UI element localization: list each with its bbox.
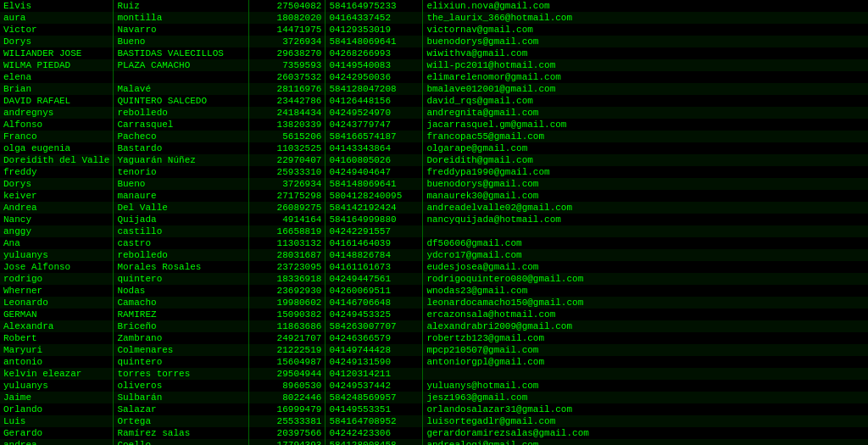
table-cell: Gerardo bbox=[0, 427, 114, 439]
table-cell: 27175298 bbox=[249, 190, 326, 202]
table-cell: Ortega bbox=[114, 415, 249, 427]
table-cell: buenodorys@gmail.com bbox=[423, 178, 868, 190]
table-cell: 27504082 bbox=[249, 0, 326, 12]
table-cell: 04143343864 bbox=[326, 142, 423, 154]
table-cell: 04243779747 bbox=[326, 119, 423, 131]
table-cell: quintero bbox=[114, 356, 249, 368]
table-cell: 25533381 bbox=[249, 415, 326, 427]
table-cell: 25933310 bbox=[249, 166, 326, 178]
table-cell: 20397566 bbox=[249, 427, 326, 439]
table-cell: 04249537442 bbox=[326, 380, 423, 392]
table-cell: oliveros bbox=[114, 380, 249, 392]
table-cell: andreadelvalle02@gmail.com bbox=[423, 202, 868, 214]
table-cell: 22970407 bbox=[249, 154, 326, 166]
table-cell: Navarro bbox=[114, 24, 249, 36]
table-cell: elimarelenomor@gmail.com bbox=[423, 71, 868, 83]
table-cell: Del Valle bbox=[114, 202, 249, 214]
table-cell: antonio bbox=[0, 356, 114, 368]
table-cell: 8960530 bbox=[249, 380, 326, 392]
table-cell: 28116976 bbox=[249, 83, 326, 95]
table-cell: Dorys bbox=[0, 36, 114, 47]
table-cell: 11303132 bbox=[249, 237, 326, 249]
table-cell: castillo bbox=[114, 225, 249, 237]
table-row: VictorNavarro1447197504129353019victorna… bbox=[0, 24, 868, 36]
table-cell: Ruiz bbox=[114, 0, 249, 12]
table-row: DorysBueno3726934584148069641buenodorys@… bbox=[0, 178, 868, 190]
table-cell: WILIANDER JOSE bbox=[0, 47, 114, 59]
table-cell: yuluanys@hotmail.com bbox=[423, 380, 868, 392]
table-row: Anacastro1130313204161464039df50606@gmai… bbox=[0, 237, 868, 249]
table-cell: 04242423306 bbox=[326, 427, 423, 439]
table-cell: 04161161673 bbox=[326, 261, 423, 273]
table-row: antonioquintero1560498704249131590antoni… bbox=[0, 356, 868, 368]
table-cell: Jaime bbox=[0, 392, 114, 403]
table-row: AlfonsoCarrasquel1382033904243779747jaca… bbox=[0, 119, 868, 131]
table-cell: victornav@gmail.com bbox=[423, 24, 868, 36]
table-cell: Quijada bbox=[114, 214, 249, 225]
table-cell: PLAZA CAMACHO bbox=[114, 59, 249, 71]
table-cell: manaure bbox=[114, 190, 249, 202]
table-cell: 18082020 bbox=[249, 12, 326, 24]
table-cell: luisortegadlr@gmail.com bbox=[423, 415, 868, 427]
table-cell: bmalave012001@gmail.com bbox=[423, 83, 868, 95]
table-cell: 04161464039 bbox=[326, 237, 423, 249]
table-cell: manaurek30@gmail.com bbox=[423, 190, 868, 202]
table-cell: 23723095 bbox=[249, 261, 326, 273]
table-cell: Ana bbox=[0, 237, 114, 249]
table-cell: Nancy bbox=[0, 214, 114, 225]
table-cell: QUINTERO SALCEDO bbox=[114, 95, 249, 107]
table-row: WhernerNodas2369293004260069511wnodas23@… bbox=[0, 285, 868, 297]
records-table: ElvisRuiz27504082584164975233elixiun.nov… bbox=[0, 0, 868, 445]
table-cell: gerardoramirezsalas@gmail.com bbox=[423, 427, 868, 439]
table-cell: antoniorgpl@gmail.com bbox=[423, 356, 868, 368]
table-cell: Camacho bbox=[114, 297, 249, 309]
table-cell: Ramírez salas bbox=[114, 427, 249, 439]
table-cell: 04260069511 bbox=[326, 285, 423, 297]
table-cell: 23442786 bbox=[249, 95, 326, 107]
table-cell: 14471975 bbox=[249, 24, 326, 36]
table-row: AlexandraBriceño11863686584263007707alex… bbox=[0, 320, 868, 332]
table-cell: jesz1963@gmail.com bbox=[423, 392, 868, 403]
table-cell: 584142192424 bbox=[326, 202, 423, 214]
table-cell: 13820339 bbox=[249, 119, 326, 131]
table-cell: Briceño bbox=[114, 320, 249, 332]
table-cell: Carrasquel bbox=[114, 119, 249, 131]
table-cell: 04249453325 bbox=[326, 309, 423, 320]
table-cell: mpcp210507@gmail.com bbox=[423, 344, 868, 356]
table-cell: 04249404647 bbox=[326, 166, 423, 178]
table-row: BrianMalavé28116976584128047208bmalave01… bbox=[0, 83, 868, 95]
table-cell: nancyquijada@hotmail.com bbox=[423, 214, 868, 225]
table-cell: eudesjosea@gmail.com bbox=[423, 261, 868, 273]
table-cell: 8022446 bbox=[249, 392, 326, 403]
table-cell: robertzb123@gmail.com bbox=[423, 332, 868, 344]
table-cell: Coello bbox=[114, 439, 249, 445]
table-cell: Franco bbox=[0, 131, 114, 142]
table-row: andregnysrebolledo2418443404249524970and… bbox=[0, 107, 868, 119]
table-cell: buenodorys@gmail.com bbox=[423, 36, 868, 47]
table-row: WILMA PIEDADPLAZA CAMACHO735959304149540… bbox=[0, 59, 868, 71]
table-cell: 04129353019 bbox=[326, 24, 423, 36]
table-cell: 11863686 bbox=[249, 320, 326, 332]
table-cell: wiwithva@gmail.com bbox=[423, 47, 868, 59]
table-cell: rebolledo bbox=[114, 249, 249, 261]
table-cell bbox=[114, 71, 249, 83]
table-cell: montilla bbox=[114, 12, 249, 24]
table-cell: Jose Alfonso bbox=[0, 261, 114, 273]
table-row: Jose AlfonsoMorales Rosales2372309504161… bbox=[0, 261, 868, 273]
table-cell: the_laurix_366@hotmail.com bbox=[423, 12, 868, 24]
table-cell: 04126448156 bbox=[326, 95, 423, 107]
table-cell: rebolledo bbox=[114, 107, 249, 119]
table-cell: 15090382 bbox=[249, 309, 326, 320]
table-cell: orlandosalazar31@gmail.com bbox=[423, 403, 868, 415]
table-cell: 17794393 bbox=[249, 439, 326, 445]
table-cell bbox=[423, 368, 868, 380]
table-cell: 04149553351 bbox=[326, 403, 423, 415]
table-row: auramontilla1808202004164337452the_lauri… bbox=[0, 12, 868, 24]
table-cell: 29638270 bbox=[249, 47, 326, 59]
table-cell: Andrea bbox=[0, 202, 114, 214]
table-cell: 3726934 bbox=[249, 178, 326, 190]
table-cell: 584248569957 bbox=[326, 392, 423, 403]
table-cell: Doreidith@gmail.com bbox=[423, 154, 868, 166]
table-cell: Colmenares bbox=[114, 344, 249, 356]
table-cell: ercazonsala@hotmail.com bbox=[423, 309, 868, 320]
